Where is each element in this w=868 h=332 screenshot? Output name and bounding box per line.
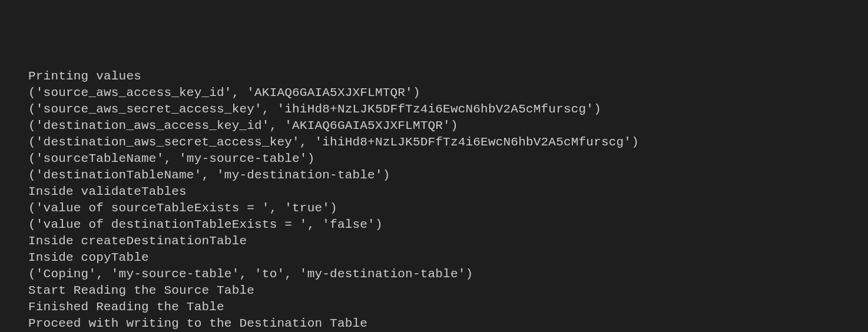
- terminal-line: ('destination_aws_secret_access_key', 'i…: [28, 134, 868, 151]
- terminal-line: Inside copyTable: [28, 250, 868, 266]
- terminal-line: Inside validateTables: [28, 184, 868, 200]
- terminal-line: Printing values: [28, 68, 868, 85]
- terminal-line: ('destinationTableName', 'my-destination…: [28, 167, 868, 184]
- terminal-line: ('source_aws_access_key_id', 'AKIAQ6GAIA…: [28, 85, 868, 101]
- terminal-line: Inside createDestinationTable: [28, 233, 868, 250]
- terminal-line: Start Reading the Source Table: [28, 283, 868, 299]
- terminal-line: ('value of sourceTableExists = ', 'true'…: [28, 200, 868, 217]
- terminal-line: ('sourceTableName', 'my-source-table'): [28, 151, 868, 167]
- terminal-line: Finished Reading the Table: [28, 299, 868, 316]
- terminal-line: ('Coping', 'my-source-table', 'to', 'my-…: [28, 266, 868, 283]
- terminal-line: ('source_aws_secret_access_key', 'ihiHd8…: [28, 101, 868, 118]
- terminal-line: ('destination_aws_access_key_id', 'AKIAQ…: [28, 118, 868, 134]
- terminal-line: ('value of destinationTableExists = ', '…: [28, 217, 868, 233]
- terminal-line: Proceed with writing to the Destination …: [28, 316, 868, 332]
- terminal-output[interactable]: Printing values('source_aws_access_key_i…: [28, 68, 868, 332]
